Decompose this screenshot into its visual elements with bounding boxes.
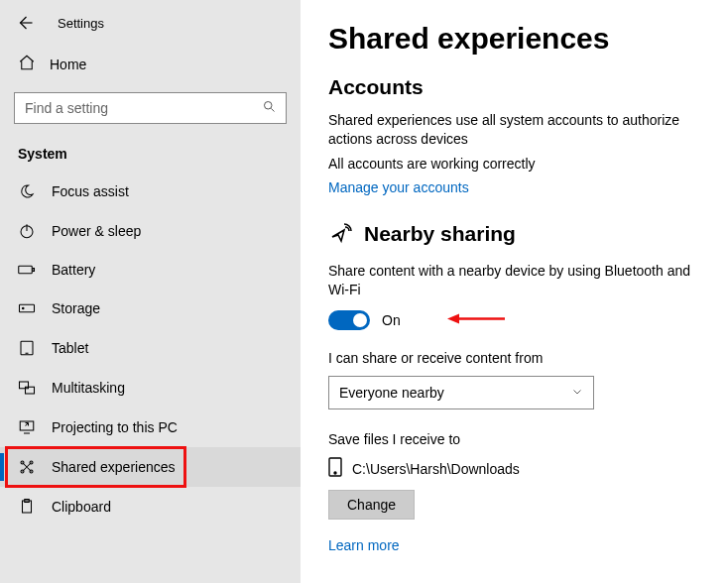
sidebar-item-tablet[interactable]: Tablet [0, 328, 301, 368]
nearby-sharing-icon [328, 221, 352, 248]
back-icon[interactable] [16, 14, 34, 32]
receive-from-label: I can share or receive content from [328, 350, 702, 366]
sidebar-item-label: Multitasking [52, 380, 125, 396]
annotation-arrow [447, 311, 507, 330]
clipboard-icon [18, 498, 36, 516]
manage-accounts-link[interactable]: Manage your accounts [328, 179, 469, 195]
sidebar-item-label: Clipboard [52, 499, 111, 515]
learn-more-link[interactable]: Learn more [328, 537, 400, 553]
svg-rect-4 [20, 304, 35, 312]
section-nearby-heading: Nearby sharing [364, 222, 516, 246]
svg-marker-17 [447, 314, 459, 324]
sidebar-item-projecting[interactable]: Projecting to this PC [0, 408, 301, 447]
projecting-icon [18, 418, 36, 436]
sidebar-item-clipboard[interactable]: Clipboard [0, 487, 301, 526]
sidebar-item-focus-assist[interactable]: Focus assist [0, 172, 301, 211]
shared-experiences-icon [18, 458, 36, 476]
sidebar-item-label: Tablet [52, 340, 88, 356]
multitasking-icon [18, 379, 36, 397]
svg-point-5 [23, 307, 25, 309]
sidebar-item-power-sleep[interactable]: Power & sleep [0, 211, 301, 251]
chevron-down-icon [571, 385, 583, 401]
sidebar-item-label: Focus assist [52, 183, 129, 199]
svg-rect-3 [33, 269, 35, 272]
sidebar-item-label: Storage [52, 300, 100, 316]
save-path-value: C:\Users\Harsh\Downloads [352, 461, 520, 477]
sidebar-item-label: Projecting to this PC [52, 419, 178, 435]
accounts-status: All accounts are working correctly [328, 155, 702, 174]
section-accounts-heading: Accounts [328, 75, 702, 99]
svg-point-19 [334, 472, 336, 474]
settings-sidebar: Settings Home System Focus assist [0, 0, 301, 583]
sidebar-item-label: Battery [52, 262, 95, 278]
nearby-description: Share content with a nearby device by us… [328, 262, 702, 299]
sidebar-item-battery[interactable]: Battery [0, 251, 301, 289]
nearby-sharing-toggle[interactable] [328, 310, 370, 330]
window-title: Settings [58, 16, 104, 31]
sidebar-item-label: Shared experiences [52, 459, 176, 475]
select-value: Everyone nearby [339, 385, 444, 401]
accounts-description: Shared experiences use all system accoun… [328, 111, 702, 149]
home-icon [18, 54, 36, 74]
sidebar-item-storage[interactable]: Storage [0, 289, 301, 328]
device-icon [328, 457, 342, 480]
page-title: Shared experiences [328, 22, 702, 56]
sidebar-section-system: System [0, 138, 301, 172]
moon-icon [18, 182, 36, 200]
svg-rect-2 [19, 266, 33, 274]
battery-icon [18, 263, 36, 277]
toggle-state-label: On [382, 312, 401, 328]
save-files-label: Save files I receive to [328, 431, 702, 447]
sidebar-item-multitasking[interactable]: Multitasking [0, 368, 301, 408]
change-button[interactable]: Change [328, 490, 415, 520]
power-icon [18, 222, 36, 240]
receive-from-select[interactable]: Everyone nearby [328, 376, 594, 409]
sidebar-item-label: Power & sleep [52, 223, 141, 239]
tablet-icon [18, 339, 36, 357]
storage-icon [18, 299, 36, 317]
sidebar-item-shared-experiences[interactable]: Shared experiences [0, 447, 301, 487]
page-content: Shared experiences Accounts Shared exper… [301, 0, 728, 583]
sidebar-item-home[interactable]: Home [0, 44, 301, 84]
search-input[interactable] [14, 92, 287, 124]
sidebar-item-label: Home [50, 57, 86, 72]
